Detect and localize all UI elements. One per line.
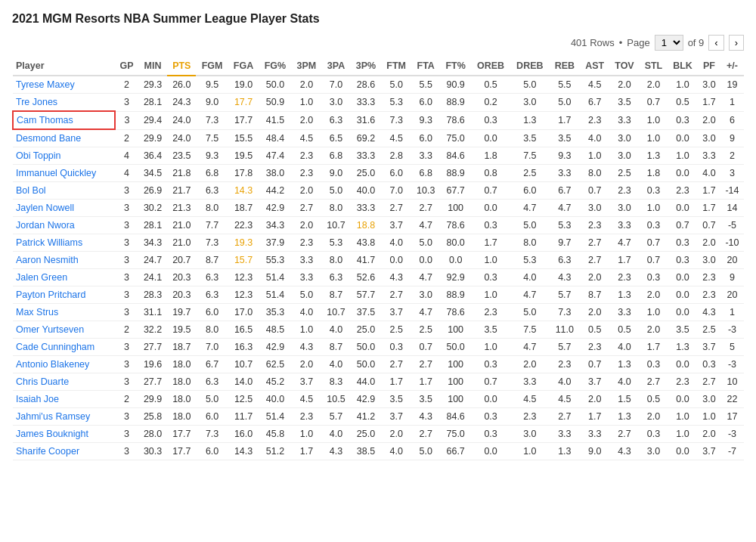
cell-stl: 0.7: [640, 94, 668, 112]
prev-page-button[interactable]: ‹: [708, 35, 723, 51]
cell-oreb: 0.0: [471, 200, 510, 217]
cell-min: 27.7: [138, 373, 167, 391]
cell-oreb: 0.0: [471, 391, 510, 408]
cell-pts: 18.0: [167, 408, 196, 426]
cell-plus_minus: -3: [720, 426, 744, 443]
cell-fta: 2.7: [411, 200, 440, 217]
cell-blk: 0.0: [668, 286, 698, 304]
cell-pts: 21.7: [167, 182, 196, 200]
cell-player[interactable]: Cam Thomas: [13, 111, 115, 129]
cell-fgm: 6.7: [196, 356, 228, 373]
cell-fgm: 6.8: [196, 165, 228, 182]
cell-player[interactable]: Immanuel Quickley: [13, 165, 115, 182]
col-header-tov[interactable]: TOV: [609, 57, 640, 76]
cell-pts: 24.0: [167, 129, 196, 147]
col-header-pts[interactable]: PTS: [167, 57, 196, 76]
cell-min: 28.3: [138, 286, 167, 304]
cell-ft_pct: 75.0: [440, 129, 471, 147]
cell-player[interactable]: Max Strus: [13, 304, 115, 321]
cell-player[interactable]: Payton Pritchard: [13, 286, 115, 304]
cell-player[interactable]: Obi Toppin: [13, 147, 115, 165]
cell-fta: 3.5: [411, 391, 440, 408]
cell-min: 36.4: [138, 147, 167, 165]
cell-player[interactable]: Chris Duarte: [13, 373, 115, 391]
col-header-dreb[interactable]: DREB: [510, 57, 549, 76]
cell-player[interactable]: Jalen Green: [13, 269, 115, 286]
cell-dreb: 5.0: [510, 76, 549, 94]
cell-ft_pct: 88.9: [440, 94, 471, 112]
col-header-oreb[interactable]: OREB: [471, 57, 510, 76]
cell-blk: 0.0: [668, 443, 698, 460]
cell-3pa: 10.7: [321, 304, 350, 321]
cell-player[interactable]: Isaiah Joe: [13, 391, 115, 408]
cell-plus_minus: 22: [720, 391, 744, 408]
col-header-3pa[interactable]: 3PA: [321, 57, 350, 76]
col-header-ft_pct[interactable]: FT%: [440, 57, 471, 76]
cell-reb: 5.3: [550, 217, 581, 234]
cell-player[interactable]: Desmond Bane: [13, 129, 115, 147]
cell-dreb: 4.5: [510, 391, 549, 408]
col-header-3pm[interactable]: 3PM: [292, 57, 322, 76]
cell-oreb: 0.0: [471, 129, 510, 147]
col-header-min[interactable]: MIN: [138, 57, 167, 76]
cell-min: 24.1: [138, 269, 167, 286]
cell-player[interactable]: Sharife Cooper: [13, 443, 115, 460]
cell-blk: 0.3: [668, 234, 698, 252]
cell-gp: 3: [115, 217, 138, 234]
cell-player[interactable]: Tre Jones: [13, 94, 115, 112]
cell-ftm: 0.0: [381, 252, 411, 269]
col-header-pf[interactable]: PF: [698, 57, 720, 76]
cell-stl: 1.0: [640, 304, 668, 321]
cell-stl: 2.0: [640, 76, 668, 94]
cell-player[interactable]: Patrick Williams: [13, 234, 115, 252]
next-page-button[interactable]: ›: [729, 35, 744, 51]
cell-3p_pct: 50.0: [351, 356, 382, 373]
cell-ftm: 3.7: [381, 408, 411, 426]
col-header-player[interactable]: Player: [13, 57, 115, 76]
cell-player[interactable]: James Bouknight: [13, 426, 115, 443]
col-header-fg_pct[interactable]: FG%: [259, 57, 291, 76]
cell-fgm: 6.3: [196, 182, 228, 200]
cell-stl: 2.0: [640, 408, 668, 426]
col-header-ftm[interactable]: FTM: [381, 57, 411, 76]
col-header-fta[interactable]: FTA: [411, 57, 440, 76]
cell-player[interactable]: Cade Cunningham: [13, 339, 115, 356]
cell-fta: 6.8: [411, 165, 440, 182]
col-header-ast[interactable]: AST: [580, 57, 609, 76]
page-select[interactable]: 1234 56789: [655, 35, 683, 51]
cell-ftm: 0.3: [381, 339, 411, 356]
col-header-blk[interactable]: BLK: [668, 57, 698, 76]
col-header-fga[interactable]: FGA: [228, 57, 259, 76]
cell-plus_minus: 1: [720, 304, 744, 321]
cell-player[interactable]: Antonio Blakeney: [13, 356, 115, 373]
cell-player[interactable]: Jordan Nwora: [13, 217, 115, 234]
cell-player[interactable]: Jahmi'us Ramsey: [13, 408, 115, 426]
cell-3p_pct: 42.9: [351, 391, 382, 408]
cell-oreb: 0.3: [471, 269, 510, 286]
cell-plus_minus: -14: [720, 182, 744, 200]
cell-3pm: 4.3: [292, 339, 322, 356]
col-header-reb[interactable]: REB: [550, 57, 581, 76]
col-header-plus_minus[interactable]: +/-: [720, 57, 744, 76]
cell-gp: 3: [115, 408, 138, 426]
cell-plus_minus: -5: [720, 217, 744, 234]
cell-reb: 7.3: [550, 304, 581, 321]
col-header-3p_pct[interactable]: 3P%: [351, 57, 382, 76]
cell-3pm: 2.0: [292, 76, 322, 94]
cell-ast: 2.7: [580, 252, 609, 269]
col-header-fgm[interactable]: FGM: [196, 57, 228, 76]
cell-blk: 3.5: [668, 321, 698, 339]
cell-player[interactable]: Aaron Nesmith: [13, 252, 115, 269]
cell-player[interactable]: Jaylen Nowell: [13, 200, 115, 217]
cell-fgm: 5.0: [196, 391, 228, 408]
col-header-stl[interactable]: STL: [640, 57, 668, 76]
cell-fgm: 7.3: [196, 111, 228, 129]
cell-3pm: 2.0: [292, 182, 322, 200]
cell-dreb: 7.5: [510, 147, 549, 165]
cell-player[interactable]: Omer Yurtseven: [13, 321, 115, 339]
cell-3pa: 8.0: [321, 252, 350, 269]
cell-player[interactable]: Tyrese Maxey: [13, 76, 115, 94]
cell-tov: 3.0: [609, 147, 640, 165]
col-header-gp[interactable]: GP: [115, 57, 138, 76]
cell-player[interactable]: Bol Bol: [13, 182, 115, 200]
